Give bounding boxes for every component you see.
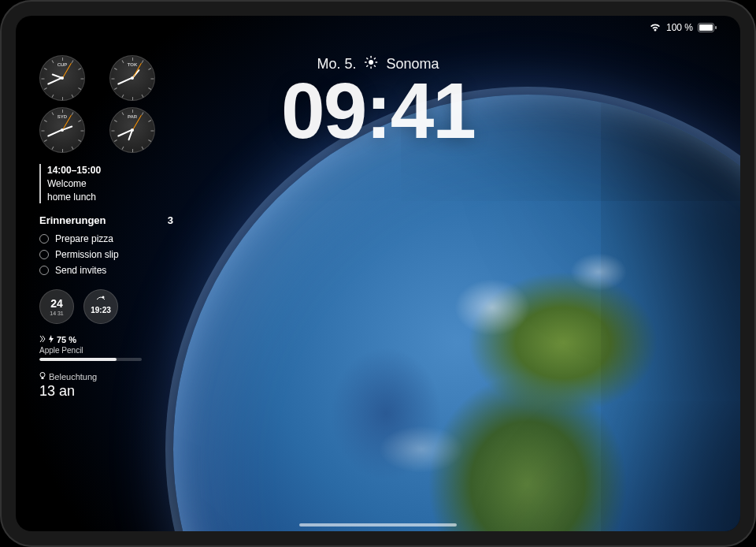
lock-screen[interactable]: 100 % Mo. 5.: [16, 16, 740, 531]
complications-row: 24 14 31 19:23: [39, 289, 173, 324]
home-value: 13 an: [39, 383, 173, 400]
clock-label: SYD: [57, 114, 67, 119]
event-title-line1: Welcome: [47, 177, 173, 191]
battery-fill: [39, 358, 117, 361]
event-time: 14:00–15:00: [47, 164, 173, 177]
wallpaper-earth: [173, 95, 740, 531]
home-widget[interactable]: Beleuchtung 13 an: [39, 372, 173, 400]
weather-complication[interactable]: 24 14 31: [39, 289, 74, 324]
reminder-item[interactable]: Permission slip: [39, 247, 173, 262]
wifi-icon: [649, 23, 662, 32]
widget-stack: CUP TOK SYD: [39, 55, 173, 400]
battery-icon: [698, 23, 717, 32]
status-bar: 100 %: [649, 22, 717, 33]
svg-line-11: [375, 58, 376, 59]
sunset-time: 19:23: [91, 306, 111, 314]
ipad-frame: 100 % Mo. 5.: [0, 0, 756, 547]
reminders-widget[interactable]: Erinnerungen 3 Prepare pizza Permission …: [39, 214, 173, 278]
reminder-checkbox-icon[interactable]: [39, 234, 49, 244]
reminder-item[interactable]: Prepare pizza: [39, 231, 173, 247]
svg-point-3: [369, 60, 373, 65]
reminder-text: Send invites: [55, 265, 106, 276]
svg-rect-1: [699, 24, 713, 31]
battery-percent-text: 100 %: [666, 22, 693, 33]
svg-rect-2: [715, 26, 717, 29]
batteries-widget[interactable]: 75 % Apple Pencil: [39, 335, 173, 361]
reminder-checkbox-icon[interactable]: [39, 250, 49, 259]
world-clock-widget[interactable]: CUP TOK SYD: [39, 55, 173, 153]
calendar-widget[interactable]: 14:00–15:00 Welcome home lunch: [39, 164, 173, 203]
reminders-count: 3: [168, 214, 173, 226]
time-text: 09:41: [281, 65, 475, 156]
svg-point-12: [102, 296, 105, 299]
clock-label: CUP: [57, 62, 68, 67]
reminders-header: Erinnerungen 3: [39, 214, 173, 226]
clock-label: TOK: [128, 62, 138, 67]
reminder-item[interactable]: Send invites: [39, 262, 173, 278]
svg-line-6: [367, 58, 368, 59]
home-indicator[interactable]: [299, 523, 457, 527]
svg-rect-14: [42, 378, 44, 379]
clock-cup[interactable]: CUP: [39, 55, 85, 101]
clock-label: PAR: [128, 114, 137, 119]
clock-tok[interactable]: TOK: [109, 55, 155, 101]
clock-syd[interactable]: SYD: [39, 107, 85, 153]
reminder-text: Permission slip: [55, 249, 119, 260]
sunset-icon: [95, 293, 106, 303]
pencil-icon: [39, 335, 46, 344]
reminder-checkbox-icon[interactable]: [39, 266, 49, 275]
home-label-text: Beleuchtung: [49, 372, 97, 381]
sunset-complication[interactable]: 19:23: [83, 289, 118, 324]
temperature-value: 24: [50, 297, 63, 310]
reminder-text: Prepare pizza: [55, 233, 113, 244]
charging-bolt-icon: [49, 335, 54, 344]
svg-point-13: [40, 373, 45, 378]
temperature-range: 14 31: [50, 311, 64, 316]
pencil-name: Apple Pencil: [39, 346, 173, 355]
lock-clock: Mo. 5.: [281, 55, 475, 156]
event-title-line2: home lunch: [47, 191, 173, 204]
pencil-percent: 75 %: [57, 335, 76, 344]
battery-bar: [39, 358, 142, 361]
reminders-title: Erinnerungen: [39, 214, 106, 226]
clock-par[interactable]: PAR: [109, 107, 155, 153]
lightbulb-icon: [39, 372, 46, 381]
